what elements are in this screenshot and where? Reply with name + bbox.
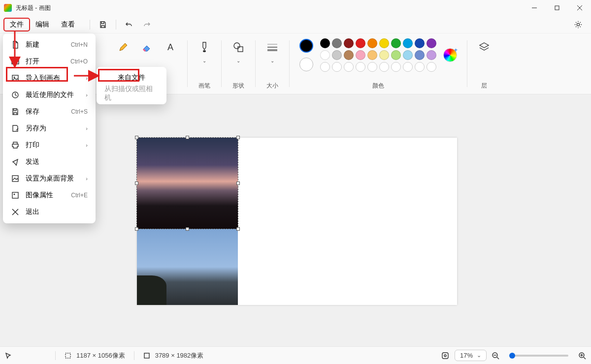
color-swatch[interactable] <box>403 38 413 48</box>
selection-box[interactable] <box>136 137 238 229</box>
label: 另存为 <box>26 124 80 133</box>
label: 打印 <box>26 141 80 150</box>
ribbon-group-colors: 颜色 <box>290 33 467 94</box>
submenu-from-scanner: 从扫描仪或照相机 <box>99 86 164 101</box>
resize-handle[interactable] <box>186 136 189 139</box>
color-swatch[interactable] <box>415 38 425 48</box>
shapes-picker[interactable] <box>230 38 247 56</box>
resize-handle[interactable] <box>186 227 189 231</box>
close-button[interactable] <box>568 0 591 16</box>
file-menu-open[interactable]: 打开 Ctrl+O <box>6 53 93 70</box>
color-swatch[interactable] <box>332 50 342 60</box>
resize-handle[interactable] <box>236 136 240 139</box>
image-size-icon <box>143 352 150 359</box>
color-swatch[interactable] <box>356 62 365 72</box>
color-swatch[interactable] <box>356 50 365 60</box>
color-swatch[interactable] <box>356 38 365 48</box>
file-menu-properties[interactable]: 图像属性 Ctrl+E <box>6 187 93 204</box>
menu-edit[interactable]: 编辑 <box>30 18 55 31</box>
color-swatch[interactable] <box>415 62 425 72</box>
resize-handle[interactable] <box>135 227 138 231</box>
file-menu-send[interactable]: 发送 <box>6 153 93 170</box>
shortcut: Ctrl+S <box>71 108 88 115</box>
edit-colors-button[interactable] <box>443 48 457 62</box>
resize-handle[interactable] <box>135 182 138 185</box>
resize-handle[interactable] <box>135 136 138 139</box>
separator <box>116 20 116 30</box>
color-swatch[interactable] <box>367 50 377 60</box>
zoom-dropdown[interactable]: 17% ⌄ <box>455 350 487 361</box>
save-icon <box>11 107 20 116</box>
pasted-image-2[interactable] <box>137 229 238 305</box>
clock-icon <box>11 91 20 99</box>
color-swatch[interactable] <box>391 62 401 72</box>
color-swatch[interactable] <box>427 38 436 48</box>
color-swatch[interactable] <box>332 38 342 48</box>
save-quick-button[interactable] <box>95 18 111 31</box>
size-picker[interactable] <box>263 38 281 56</box>
redo-button[interactable] <box>139 18 155 31</box>
file-menu-print[interactable]: 打印 › <box>6 137 93 153</box>
zoom-out-button[interactable] <box>492 352 499 360</box>
submenu-from-file[interactable]: 来自文件 <box>99 70 164 86</box>
color-swatch[interactable] <box>403 50 413 60</box>
zoom-slider[interactable] <box>509 355 568 357</box>
color-swatch[interactable] <box>344 62 354 72</box>
pencil-tool[interactable] <box>114 38 132 56</box>
color-swatch[interactable] <box>379 62 389 72</box>
color-swatch[interactable] <box>320 38 330 48</box>
window-title: 无标题 - 画图 <box>16 4 51 12</box>
print-icon <box>11 141 20 150</box>
canvas[interactable] <box>137 138 457 305</box>
color-swatch[interactable] <box>367 38 377 48</box>
color-swatch[interactable] <box>391 38 401 48</box>
shortcut: Ctrl+O <box>70 58 88 65</box>
fit-screen-button[interactable] <box>441 351 450 360</box>
resize-handle[interactable] <box>236 227 240 231</box>
label: 打开 <box>26 57 65 66</box>
maximize-button[interactable] <box>546 0 568 16</box>
file-menu-save[interactable]: 保存 Ctrl+S <box>6 103 93 120</box>
label: 退出 <box>26 208 88 216</box>
color-swatch[interactable] <box>379 50 389 60</box>
ribbon-group-brush: ⌄ 画笔 <box>188 33 221 94</box>
color-swatch[interactable] <box>320 62 330 72</box>
file-menu-saveas[interactable]: 另存为 › <box>6 120 93 137</box>
color-swatch[interactable] <box>379 38 389 48</box>
color-swatch[interactable] <box>332 62 342 72</box>
brush-picker[interactable] <box>196 38 213 56</box>
eraser-tool[interactable] <box>138 38 156 56</box>
file-menu-set-background[interactable]: 设置为桌面背景 › <box>6 170 93 187</box>
color-swatch[interactable] <box>344 50 354 60</box>
color-swatch[interactable] <box>344 38 354 48</box>
settings-button[interactable] <box>570 17 586 32</box>
menu-view[interactable]: 查看 <box>55 18 81 31</box>
zoom-in-button[interactable] <box>578 352 586 360</box>
file-menu-import[interactable]: 导入到画布 › <box>6 70 93 87</box>
color-swatch[interactable] <box>367 62 377 72</box>
color-swatch[interactable] <box>415 50 425 60</box>
group-label-color: 颜色 <box>372 82 384 90</box>
svg-rect-8 <box>238 47 243 52</box>
text-tool[interactable]: A <box>162 38 179 56</box>
color-swatch[interactable] <box>320 50 330 60</box>
file-menu-new[interactable]: 新建 Ctrl+N <box>6 36 93 53</box>
image-size-text: 3789 × 1982像素 <box>155 351 204 360</box>
group-label-layer: 层 <box>481 82 487 90</box>
label: 发送 <box>26 157 88 166</box>
ribbon-group-size: ⌄ 大小 <box>256 33 289 94</box>
color-swatch[interactable] <box>391 50 401 60</box>
color-swatch[interactable] <box>427 62 436 72</box>
layers-button[interactable] <box>475 38 493 56</box>
color-swatch[interactable] <box>427 50 436 60</box>
file-menu-exit[interactable]: 退出 <box>6 204 93 220</box>
undo-button[interactable] <box>121 18 137 31</box>
resize-handle[interactable] <box>236 182 240 185</box>
menu-file[interactable]: 文件 <box>4 18 30 31</box>
color-secondary[interactable] <box>299 58 313 71</box>
minimize-button[interactable] <box>523 0 546 16</box>
color-swatch[interactable] <box>403 62 413 72</box>
chevron-right-icon: › <box>86 75 88 81</box>
file-menu-recent[interactable]: 最近使用的文件 › <box>6 87 93 103</box>
color-primary[interactable] <box>299 39 313 53</box>
